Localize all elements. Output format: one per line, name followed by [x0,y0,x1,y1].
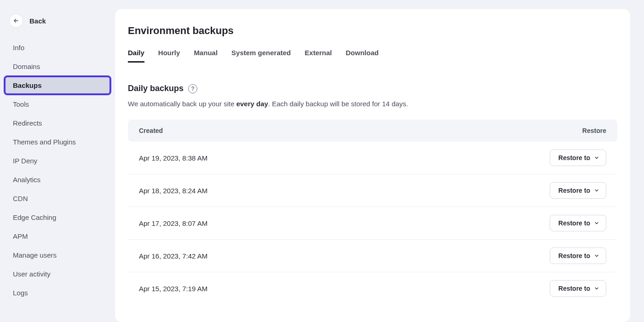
tab-system-generated[interactable]: System generated [231,49,291,63]
col-restore: Restore [582,127,606,134]
desc-strong: every day [236,100,268,108]
restore-to-button[interactable]: Restore to [550,280,606,297]
sidebar-item-user-activity[interactable]: User activity [5,265,110,283]
back-button[interactable] [9,14,23,28]
sidebar-item-themes-plugins[interactable]: Themes and Plugins [5,133,110,151]
main-panel: Environment backups Daily Hourly Manual … [115,9,630,322]
created-cell: Apr 19, 2023, 8:38 AM [139,154,207,162]
desc-prefix: We automatically back up your site [128,100,236,108]
table-header: Created Restore [128,120,617,142]
restore-to-button[interactable]: Restore to [550,150,606,166]
section-description: We automatically back up your site every… [128,100,617,108]
chevron-down-icon [594,155,599,161]
col-created: Created [139,127,163,134]
chevron-down-icon [594,220,599,226]
tabs: Daily Hourly Manual System generated Ext… [128,49,617,63]
restore-label: Restore to [558,252,590,259]
restore-label: Restore to [558,285,590,292]
page-title: Environment backups [128,25,617,37]
restore-label: Restore to [558,219,590,227]
sidebar-item-edge-caching[interactable]: Edge Caching [5,208,110,226]
sidebar-item-redirects[interactable]: Redirects [5,114,110,132]
table-body: Apr 19, 2023, 8:38 AM Restore to Apr 18,… [128,142,617,305]
created-cell: Apr 15, 2023, 7:19 AM [139,285,207,293]
restore-label: Restore to [558,187,590,194]
chevron-down-icon [594,286,599,291]
created-cell: Apr 18, 2023, 8:24 AM [139,187,207,195]
arrow-left-icon [13,17,19,24]
help-icon[interactable]: ? [188,84,197,93]
restore-to-button[interactable]: Restore to [550,247,606,264]
table-row: Apr 19, 2023, 8:38 AM Restore to [128,142,617,174]
table-row: Apr 17, 2023, 8:07 AM Restore to [128,207,617,240]
created-cell: Apr 16, 2023, 7:42 AM [139,252,207,260]
sidebar: Back Info Domains Backups Tools Redirect… [0,0,115,322]
sidebar-item-manage-users[interactable]: Manage users [5,246,110,264]
sidebar-item-tools[interactable]: Tools [5,95,110,113]
section-title: Daily backups [128,84,184,93]
back-row: Back [5,9,110,36]
sidebar-item-apm[interactable]: APM [5,227,110,245]
sidebar-nav: Info Domains Backups Tools Redirects The… [5,36,110,302]
tab-hourly[interactable]: Hourly [158,49,180,63]
table-row: Apr 16, 2023, 7:42 AM Restore to [128,240,617,272]
sidebar-item-backups[interactable]: Backups [5,76,110,94]
sidebar-item-logs[interactable]: Logs [5,284,110,302]
desc-suffix: . Each daily backup will be stored for 1… [268,100,408,108]
table-row: Apr 15, 2023, 7:19 AM Restore to [128,272,617,305]
table-row: Apr 18, 2023, 8:24 AM Restore to [128,174,617,207]
tab-daily[interactable]: Daily [128,49,144,63]
tab-external[interactable]: External [305,49,332,63]
sidebar-item-domains[interactable]: Domains [5,58,110,75]
restore-label: Restore to [558,154,590,161]
sidebar-item-analytics[interactable]: Analytics [5,171,110,189]
restore-to-button[interactable]: Restore to [550,182,606,199]
tab-download[interactable]: Download [346,49,379,63]
back-label: Back [29,17,46,25]
chevron-down-icon [594,188,599,193]
sidebar-item-cdn[interactable]: CDN [5,190,110,207]
sidebar-item-info[interactable]: Info [5,39,110,57]
created-cell: Apr 17, 2023, 8:07 AM [139,219,207,227]
section-heading: Daily backups ? [128,84,617,93]
restore-to-button[interactable]: Restore to [550,215,606,231]
sidebar-item-ip-deny[interactable]: IP Deny [5,152,110,170]
chevron-down-icon [594,253,599,259]
tab-manual[interactable]: Manual [194,49,218,63]
